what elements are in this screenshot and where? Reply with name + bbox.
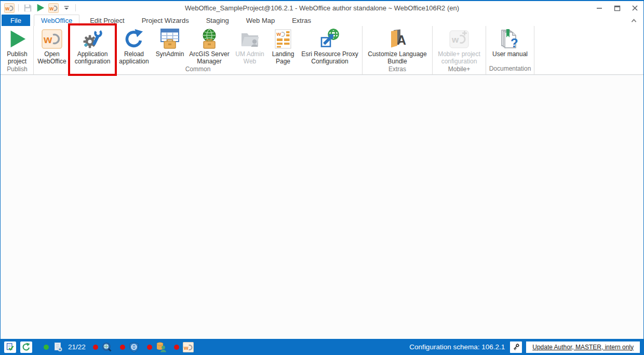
svg-text:w: w (5, 5, 10, 11)
gear-wrench-icon (82, 29, 103, 49)
validation-icon (6, 343, 15, 351)
weboffice-logo-icon: w (42, 29, 62, 49)
maximize-icon (614, 5, 621, 11)
svg-text:w: w (183, 344, 189, 350)
database-user-icon (156, 341, 167, 352)
group-label-common: Common (34, 65, 361, 74)
play-icon (7, 29, 27, 49)
validation-button[interactable] (4, 341, 16, 353)
folder-user-icon (239, 29, 260, 49)
save-icon (23, 4, 32, 12)
language-book-icon: A (387, 29, 408, 49)
status-dot-red (93, 345, 98, 350)
open-weboffice-button[interactable]: w Open WebOffice (35, 26, 69, 65)
tab-extras[interactable]: Extras (285, 15, 318, 26)
group-label-publish: Publish (2, 65, 33, 74)
weboffice-logo-icon: w (48, 3, 59, 13)
mobile-plus-icon: w (449, 29, 469, 49)
tab-web-map[interactable]: Web Map (239, 15, 281, 26)
ribbon-collapse-button[interactable] (629, 16, 638, 24)
customize-language-bundle-button[interactable]: A Customize Language Bundle (364, 26, 431, 65)
um-admin-web-button[interactable]: UM Admin Web (232, 26, 267, 65)
globe-arrow-icon (319, 29, 340, 49)
search-globe-indicator[interactable] (102, 341, 113, 352)
reload-icon (124, 29, 144, 49)
mobile-plus-project-configuration-button[interactable]: w Mobile+ project configuration (434, 26, 485, 65)
status-dot-red (147, 345, 152, 350)
svg-text:A: A (397, 33, 406, 47)
status-dot-red (120, 345, 125, 350)
reload-application-button[interactable]: Reload application (116, 26, 152, 65)
tab-file[interactable]: File (2, 15, 30, 26)
minimize-button[interactable] (591, 2, 608, 14)
manual-question-icon: ? (500, 29, 520, 49)
configuration-schema-label: Configuration schema: 106.2.1 (409, 343, 505, 351)
shield-globe-icon (129, 342, 139, 352)
customize-toolbar-dropdown[interactable] (61, 3, 72, 13)
project-settings-indicator[interactable] (52, 341, 63, 352)
chevron-up-icon (630, 18, 637, 23)
separator (18, 4, 19, 11)
save-button[interactable] (22, 3, 33, 13)
titlebar: w w (1, 1, 643, 15)
database-user-indicator[interactable] (156, 341, 167, 352)
svg-text:?: ? (511, 36, 518, 49)
search-globe-icon (102, 342, 112, 352)
maximize-button[interactable] (608, 2, 626, 14)
project-settings-icon (53, 342, 63, 352)
tab-weboffice[interactable]: WebOffice (34, 15, 79, 26)
application-configuration-button[interactable]: Application configuration (70, 26, 115, 65)
tab-staging[interactable]: Staging (199, 15, 236, 26)
status-dot-green (44, 345, 49, 350)
app-logo-button[interactable]: w (4, 3, 15, 13)
synadmin-button[interactable]: SynAdmin (153, 26, 186, 58)
minimize-icon (596, 5, 602, 11)
tab-project-wizards[interactable]: Project Wizards (135, 15, 196, 26)
update-author-button[interactable]: Update Author, MASTER, intern only (526, 341, 640, 353)
window-controls (591, 2, 643, 14)
svg-text:w: w (451, 35, 459, 45)
refresh-icon (22, 343, 31, 351)
close-icon (632, 5, 638, 11)
weboffice-logo-icon: w (183, 342, 194, 352)
group-label-mobile-plus: Mobile+ (433, 65, 485, 74)
customize-toolbar-dropdown-icon (63, 5, 70, 11)
ribbon-group-documentation: ? User manual Documentation (486, 26, 534, 74)
window-title: WebOffice_SampleProject@106.2.1 - WebOff… (1, 4, 643, 12)
key-icon (512, 343, 520, 351)
quick-access-toolbar: w w (1, 3, 77, 13)
esri-resource-proxy-configuration-button[interactable]: Esri Resource Proxy Configuration (299, 26, 361, 65)
ribbon-group-extras: A Customize Language Bundle Extras (363, 26, 433, 74)
statusbar: 21/22 (1, 339, 643, 355)
landing-page-icon: w (273, 29, 293, 49)
ribbon: Publish project Publish w Open WebOffice (1, 26, 643, 75)
svg-text:w: w (49, 5, 54, 11)
refresh-button[interactable] (20, 341, 32, 353)
run-icon (36, 3, 45, 12)
landing-page-button[interactable]: w Landing Page (269, 26, 298, 65)
project-counter: 21/22 (68, 343, 86, 351)
weboffice-logo-icon: w (4, 3, 15, 13)
arcgis-server-manager-button[interactable]: ArcGIS Server Manager (187, 26, 231, 65)
ribbon-group-common: w Open WebOffice (34, 26, 363, 74)
license-key-button[interactable] (510, 341, 522, 353)
close-button[interactable] (626, 2, 643, 14)
publish-project-button[interactable]: Publish project (2, 26, 32, 65)
qat-weboffice-button[interactable]: w (48, 3, 59, 13)
tab-edit-project[interactable]: Edit Project (83, 15, 131, 26)
weboffice-indicator[interactable]: w (183, 341, 194, 352)
run-button[interactable] (35, 3, 46, 13)
ribbon-group-mobile-plus: w Mobile+ project configuration Mobile+ (433, 26, 486, 74)
app-window: w w (0, 0, 644, 355)
group-label-extras: Extras (363, 65, 432, 74)
svg-text:w: w (43, 33, 52, 45)
arcgis-shield-indicator[interactable] (129, 341, 140, 352)
group-label-documentation: Documentation (487, 64, 533, 74)
table-toolbox-icon (159, 29, 180, 49)
globe-toolbox-icon (199, 29, 220, 49)
ribbon-group-publish: Publish project Publish (1, 26, 34, 74)
ribbon-tab-strip: File WebOffice Edit Project Project Wiza… (1, 15, 643, 26)
user-manual-button[interactable]: ? User manual (487, 26, 533, 58)
svg-text:w: w (276, 30, 281, 36)
document-canvas (1, 75, 643, 339)
